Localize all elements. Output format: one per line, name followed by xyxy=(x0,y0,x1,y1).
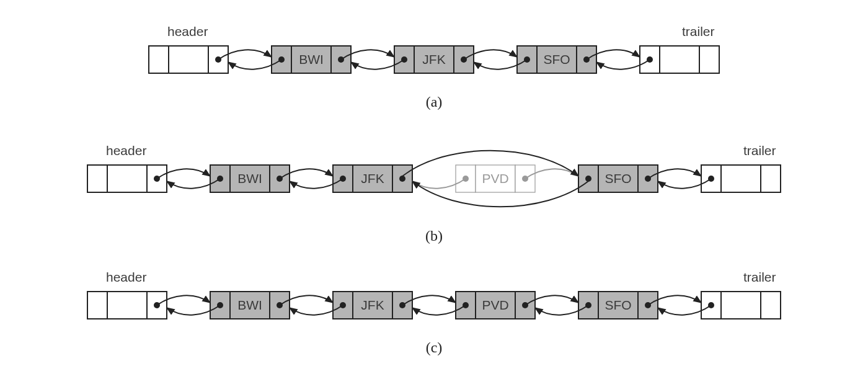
trailer-label: trailer xyxy=(743,143,776,158)
header-label: header xyxy=(106,270,146,284)
node-label: SFO xyxy=(604,298,631,312)
svg-rect-15 xyxy=(87,165,107,192)
svg-rect-49 xyxy=(721,292,761,319)
svg-rect-13 xyxy=(660,46,699,73)
node-label: SFO xyxy=(543,52,570,66)
header-label: header xyxy=(167,24,208,38)
node-label: PVD xyxy=(482,171,508,185)
doubly-linked-list-diagram: headerBWIJFKSFOtrailer(a)headerBWIJFKPVD… xyxy=(0,0,868,384)
svg-rect-50 xyxy=(761,292,781,319)
svg-rect-1 xyxy=(169,46,208,73)
caption: (b) xyxy=(425,228,443,244)
node-label: BWI xyxy=(299,52,324,66)
svg-rect-32 xyxy=(761,165,781,192)
header-label: header xyxy=(106,143,146,158)
pointer-dot xyxy=(585,176,591,182)
node-label: JFK xyxy=(422,52,445,66)
svg-rect-34 xyxy=(107,292,147,319)
node-label: JFK xyxy=(361,298,384,312)
trailer-label: trailer xyxy=(743,270,776,284)
node-label: PVD xyxy=(482,298,508,312)
caption: (c) xyxy=(426,339,443,355)
svg-rect-33 xyxy=(87,292,107,319)
node-label: BWI xyxy=(237,298,262,312)
node-label: BWI xyxy=(237,171,262,185)
svg-rect-0 xyxy=(149,46,169,73)
svg-rect-16 xyxy=(107,165,147,192)
node-label: SFO xyxy=(604,171,631,185)
node-label: JFK xyxy=(361,171,384,185)
svg-rect-14 xyxy=(699,46,719,73)
trailer-label: trailer xyxy=(682,24,715,38)
caption: (a) xyxy=(426,94,443,110)
pointer-dot xyxy=(399,176,405,182)
svg-rect-31 xyxy=(721,165,761,192)
